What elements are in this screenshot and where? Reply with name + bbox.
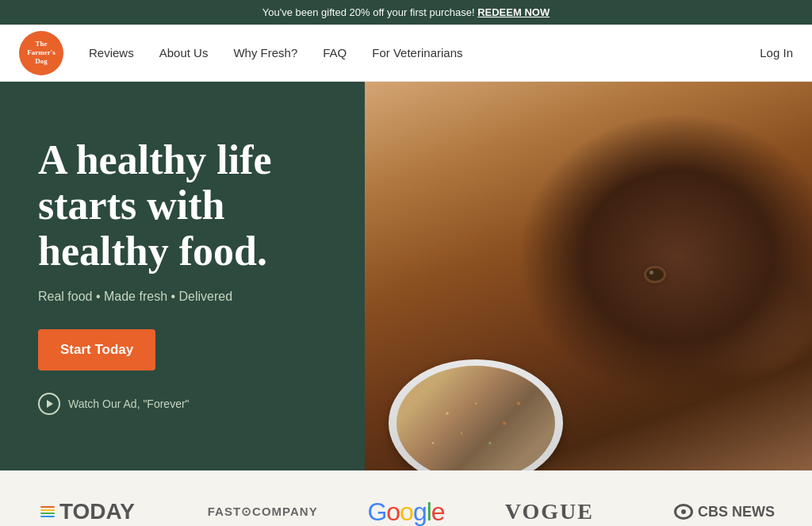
food-bowl bbox=[389, 328, 563, 470]
nav-why-fresh[interactable]: Why Fresh? bbox=[233, 46, 297, 60]
hero-left: A healthy life starts with healthy food.… bbox=[0, 82, 365, 470]
hero-headline: A healthy life starts with healthy food. bbox=[38, 137, 327, 274]
hero-image bbox=[365, 82, 812, 470]
google-text: Google bbox=[367, 497, 444, 527]
cbs-logo-combined: CBS NEWS bbox=[674, 504, 775, 520]
press-section: TODAY "An online pet food company that m… bbox=[0, 470, 812, 526]
hero-subtitle: Real food • Made fresh • Delivered bbox=[38, 290, 327, 304]
play-icon bbox=[38, 393, 60, 415]
cbs-eye-icon bbox=[674, 504, 693, 520]
top-banner: You've been gifted 20% off your first pu… bbox=[0, 0, 812, 25]
press-cbs: CBS NEWS "Owners can get healthy dog foo… bbox=[649, 496, 800, 526]
redeem-link[interactable]: REDEEM NOW bbox=[477, 6, 550, 18]
nav-about[interactable]: About Us bbox=[159, 46, 209, 60]
logo-line1: The bbox=[35, 40, 47, 48]
food-content bbox=[404, 374, 547, 471]
fast-company-logo: FAST⊙COMPANY bbox=[208, 496, 318, 526]
dog-background bbox=[365, 82, 812, 470]
play-triangle bbox=[47, 400, 53, 408]
press-today: TODAY "An online pet food company that m… bbox=[12, 496, 163, 526]
logo-line2: Farmer's bbox=[27, 48, 55, 57]
hero-section: A healthy life starts with healthy food.… bbox=[0, 82, 812, 470]
today-text: TODAY bbox=[59, 499, 135, 524]
navbar: The Farmer's Dog Reviews About Us Why Fr… bbox=[0, 25, 812, 82]
today-logo: TODAY bbox=[40, 496, 135, 526]
press-fast-company: FAST⊙COMPANY "Researchers concluded that… bbox=[187, 496, 338, 526]
google-logo: Google bbox=[367, 496, 444, 526]
press-google: Google ★★★★★ Customer reviews bbox=[362, 496, 450, 526]
fast-company-text: FAST⊙COMPANY bbox=[208, 505, 318, 519]
rainbow-icon bbox=[40, 506, 55, 517]
watch-ad-label: Watch Our Ad, "Forever" bbox=[68, 397, 190, 410]
vogue-text: VOGUE bbox=[505, 499, 594, 524]
watch-ad[interactable]: Watch Our Ad, "Forever" bbox=[38, 393, 327, 415]
bowl-outer bbox=[389, 359, 563, 470]
login-button[interactable]: Log In bbox=[760, 46, 793, 60]
press-vogue: VOGUE "It is never deep frozen, and it n… bbox=[474, 496, 625, 526]
bowl-inner bbox=[396, 366, 555, 471]
vogue-logo: VOGUE bbox=[505, 496, 594, 526]
cbs-logo: CBS NEWS bbox=[674, 496, 775, 526]
nav-faq[interactable]: FAQ bbox=[323, 46, 347, 60]
nav-for-vets[interactable]: For Veterinarians bbox=[372, 46, 462, 60]
logo-circle: The Farmer's Dog bbox=[19, 31, 63, 75]
nav-links: Reviews About Us Why Fresh? FAQ For Vete… bbox=[89, 46, 760, 60]
nav-reviews[interactable]: Reviews bbox=[89, 46, 134, 60]
banner-text: You've been gifted 20% off your first pu… bbox=[262, 6, 475, 18]
logo[interactable]: The Farmer's Dog bbox=[19, 31, 63, 75]
cbs-text: CBS NEWS bbox=[698, 504, 775, 520]
logo-line3: Dog bbox=[35, 57, 48, 66]
start-today-button[interactable]: Start Today bbox=[38, 329, 155, 371]
